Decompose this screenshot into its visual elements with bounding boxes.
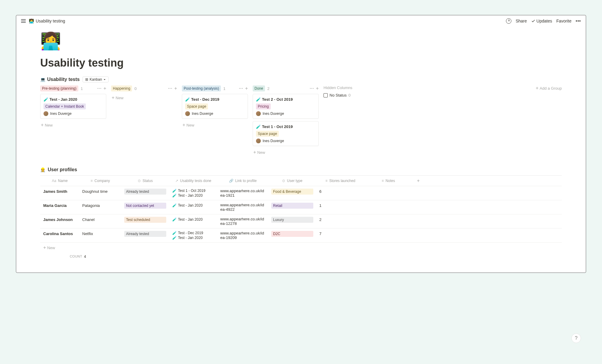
- kanban-card[interactable]: 🧪 Test 2 - Oct 2019 Pricing Ines Duverge: [253, 94, 319, 119]
- table-header-cell[interactable]: ⊙Status: [121, 176, 169, 186]
- cell-user-type[interactable]: Retail: [268, 200, 316, 211]
- relation-item[interactable]: 🧪Test - Jan 2020: [172, 193, 214, 198]
- table-header-cell[interactable]: ≡Notes: [364, 176, 412, 186]
- add-group-button[interactable]: + Add a Group: [536, 85, 562, 91]
- table-row[interactable]: James Smith Doughnut time Already tested…: [40, 186, 562, 200]
- table-row[interactable]: Carolina Santos Netflix Already tested 🧪…: [40, 228, 562, 243]
- cell-notes[interactable]: [364, 186, 412, 196]
- table-header-cell[interactable]: AaName: [40, 176, 79, 186]
- cell-status[interactable]: Already tested: [121, 228, 169, 239]
- relation-item[interactable]: 🧪Test - Dec 2019: [172, 231, 214, 235]
- cell-link[interactable]: www.appearhere.co.uk/idea-4922: [217, 200, 268, 214]
- db2-header[interactable]: 👷 User profiles: [40, 167, 562, 172]
- column-add-button[interactable]: +: [104, 86, 106, 91]
- kanban-card[interactable]: 🧪 Test - Dec 2019 Space page Ines Duverg…: [182, 94, 248, 119]
- table-header-cell[interactable]: ↗Usability tests done: [169, 176, 217, 186]
- cell-link[interactable]: www.appearhere.co.uk/idea-12278: [217, 214, 268, 228]
- relation-item[interactable]: 🧪Test 1 - Oct 2019: [172, 189, 214, 193]
- card-tag: Space page: [256, 131, 279, 137]
- cell-notes[interactable]: [364, 228, 412, 239]
- clock-button[interactable]: [506, 18, 511, 24]
- cell-notes[interactable]: [364, 214, 412, 225]
- column-status-tag[interactable]: Done: [253, 85, 265, 91]
- cell-company[interactable]: Patagonia: [79, 200, 121, 210]
- cell-link[interactable]: www.appearhere.co.uk/idea-1921: [217, 186, 268, 200]
- column-count: 1: [223, 86, 225, 91]
- table-row[interactable]: James Johnson Chanel Test scheduled 🧪Tes…: [40, 214, 562, 228]
- cell-notes[interactable]: [364, 200, 412, 210]
- cell-tests[interactable]: 🧪Test - Jan 2020: [169, 200, 217, 210]
- column-more-button[interactable]: ···: [239, 86, 243, 91]
- card-assignee: Ines Duverge: [185, 111, 245, 116]
- menu-icon[interactable]: [21, 19, 26, 23]
- column-add-button[interactable]: +: [174, 86, 177, 91]
- add-column-button[interactable]: +: [412, 176, 424, 186]
- cell-name[interactable]: James Smith: [40, 186, 79, 196]
- column-status-tag[interactable]: Happening: [111, 85, 132, 91]
- breadcrumb[interactable]: 👩‍💻 Usability testing: [29, 19, 65, 23]
- add-card-button[interactable]: +New: [253, 148, 319, 156]
- relation-item[interactable]: 🧪Test - Jan 2020: [172, 217, 214, 222]
- plus-icon: +: [536, 85, 538, 91]
- more-button[interactable]: •••: [576, 19, 581, 23]
- page-title[interactable]: Usability testing: [40, 57, 562, 69]
- cell-company[interactable]: Chanel: [79, 214, 121, 225]
- column-more-button[interactable]: ···: [97, 86, 102, 91]
- table-header-cell[interactable]: ≡Company: [79, 176, 121, 186]
- cell-company[interactable]: Netflix: [79, 228, 121, 239]
- table-header-cell[interactable]: 🔗Link to profile: [217, 176, 268, 186]
- cell-stores[interactable]: 2: [316, 214, 364, 225]
- cell-company[interactable]: Doughnut time: [79, 186, 121, 196]
- card-title-text: Test 1 - Oct 2019: [262, 124, 293, 129]
- cell-stores[interactable]: 1: [316, 200, 364, 210]
- db1-title[interactable]: 💻 Usability tests: [40, 77, 80, 82]
- cell-user-type[interactable]: D2C: [268, 228, 316, 239]
- plus-icon: +: [112, 95, 114, 100]
- cell-name[interactable]: Maria Garcia: [40, 200, 79, 210]
- kanban-card[interactable]: 🧪 Test - Jan 2020 Calendar + Instant Boo…: [40, 94, 106, 119]
- relation-item[interactable]: 🧪Test - Jan 2020: [172, 236, 214, 240]
- db1-header: 💻 Usability tests ⊞ Kanban: [40, 76, 562, 82]
- page-icon[interactable]: 👩‍💻: [40, 33, 562, 49]
- card-tag: Space page: [185, 103, 208, 109]
- no-status-group[interactable]: No Status 0: [324, 93, 352, 97]
- column-more-button[interactable]: ···: [310, 86, 314, 91]
- cell-stores[interactable]: 7: [316, 228, 364, 239]
- hidden-columns-label: Hidden Columns: [324, 85, 352, 90]
- column-status-tag[interactable]: Pre-testing (planning): [40, 85, 78, 91]
- cell-link[interactable]: www.appearhere.co.uk/idea-19209: [217, 228, 268, 242]
- cell-tests[interactable]: 🧪Test - Jan 2020: [169, 214, 217, 225]
- card-tag-row: Space page: [185, 103, 245, 109]
- table-header-cell[interactable]: ⊙User type: [268, 176, 316, 186]
- cell-status[interactable]: Not contacted yet: [121, 200, 169, 211]
- cell-name[interactable]: James Johnson: [40, 214, 79, 225]
- cell-tests[interactable]: 🧪Test 1 - Oct 2019🧪Test - Jan 2020: [169, 186, 217, 200]
- column-status-tag[interactable]: Post-testing (analysis): [182, 85, 221, 91]
- share-button[interactable]: Share: [516, 19, 527, 23]
- add-card-button[interactable]: +New: [111, 94, 177, 102]
- updates-button[interactable]: Updates: [531, 19, 552, 23]
- column-more-button[interactable]: ···: [168, 86, 173, 91]
- kanban-card[interactable]: 🧪 Test 1 - Oct 2019 Space page Ines Duve…: [253, 121, 319, 146]
- column-add-button[interactable]: +: [316, 86, 319, 91]
- card-tag: Pricing: [256, 103, 271, 109]
- topbar-left: 👩‍💻 Usability testing: [21, 19, 65, 23]
- cell-tests[interactable]: 🧪Test - Dec 2019🧪Test - Jan 2020: [169, 228, 217, 242]
- cell-user-type[interactable]: Luxury: [268, 214, 316, 225]
- cell-stores[interactable]: 6: [316, 186, 364, 196]
- add-card-button[interactable]: +New: [40, 121, 106, 129]
- view-switcher[interactable]: ⊞ Kanban: [83, 76, 108, 82]
- column-add-button[interactable]: +: [245, 86, 248, 91]
- cell-name[interactable]: Carolina Santos: [40, 228, 79, 239]
- add-row-button[interactable]: +New: [40, 243, 562, 253]
- column-type-icon: ≡: [91, 179, 93, 183]
- db2-icon: 👷: [40, 167, 45, 172]
- table-row[interactable]: Maria Garcia Patagonia Not contacted yet…: [40, 200, 562, 214]
- favorite-button[interactable]: Favorite: [556, 19, 572, 23]
- cell-status[interactable]: Already tested: [121, 186, 169, 197]
- cell-status[interactable]: Test scheduled: [121, 214, 169, 225]
- add-card-button[interactable]: +New: [182, 121, 248, 129]
- relation-item[interactable]: 🧪Test - Jan 2020: [172, 203, 214, 207]
- table-header-cell[interactable]: ≡Stores launched: [316, 176, 364, 186]
- cell-user-type[interactable]: Food & Beverage: [268, 186, 316, 197]
